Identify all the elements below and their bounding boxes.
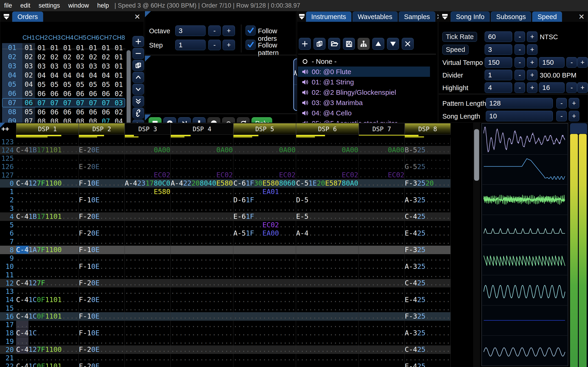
menu-help[interactable]: help xyxy=(93,2,113,9)
tick-rate-label[interactable]: Tick Rate xyxy=(442,32,477,42)
step-minus-button[interactable]: - xyxy=(208,40,221,50)
instrument-list-item[interactable]: 02: @2 Blingy/Glockenspiel xyxy=(298,87,430,98)
panel-menu-icon[interactable] xyxy=(441,12,449,21)
close-icon[interactable]: ✕ xyxy=(134,13,140,20)
orders-scrollbar[interactable] xyxy=(127,50,131,131)
pattern-row[interactable]: 15......................................… xyxy=(0,304,451,312)
octave-minus-button[interactable]: - xyxy=(208,25,221,36)
channel-header-5[interactable]: DSP 5 xyxy=(233,123,296,135)
pattern-scrollbar[interactable] xyxy=(473,123,480,367)
highlight-input[interactable]: 4 xyxy=(485,82,512,93)
channel-header-4[interactable]: DSP 4 xyxy=(171,123,233,135)
divider-input[interactable]: 1 xyxy=(485,70,512,80)
pattern-length-input[interactable]: 128 xyxy=(486,98,553,108)
pattern-row[interactable]: 17......................................… xyxy=(0,321,451,329)
octave-plus-button[interactable]: + xyxy=(223,25,235,36)
pattern-expand-toggle[interactable]: ++ xyxy=(1,125,9,133)
divider-minus-button[interactable]: - xyxy=(515,70,525,80)
orders-row[interactable]: 080506060606060602 xyxy=(2,107,125,117)
channel-header-6[interactable]: DSP 6 xyxy=(296,123,359,135)
pattern-row[interactable]: 19......................................… xyxy=(0,337,451,345)
instrument-list-item[interactable]: 03: @3 Marimba xyxy=(298,98,430,108)
highlight-input-2[interactable]: 16 xyxy=(539,82,565,93)
highlight-plus-button-2[interactable]: + xyxy=(577,82,588,93)
pattern-row[interactable]: 126...............E-20E.................… xyxy=(0,163,451,171)
menu-settings[interactable]: settings xyxy=(35,2,64,9)
pattern-row[interactable]: 4C-41B171101....F-20E...................… xyxy=(0,212,451,221)
step-plus-button[interactable]: + xyxy=(223,40,235,50)
tab-orders[interactable]: Orders xyxy=(12,11,43,22)
pattern-row[interactable]: 123.....................................… xyxy=(0,138,451,146)
orders-remove-button[interactable] xyxy=(132,48,144,59)
tick-rate-input[interactable]: 60 xyxy=(485,31,512,42)
orders-row[interactable]: 040204040404040401 xyxy=(2,71,125,80)
pattern-row[interactable]: 16C-41C0F1101....F-10E..................… xyxy=(0,312,451,320)
pattern-row[interactable]: 10...............F-10E..................… xyxy=(0,262,451,271)
follow-pattern-checkbox[interactable] xyxy=(246,40,256,50)
instrument-add-button[interactable] xyxy=(299,38,311,50)
instrument-move-up-button[interactable] xyxy=(372,38,384,50)
pattern-row[interactable]: 9.......................................… xyxy=(0,254,451,262)
tab-instruments[interactable]: Instruments xyxy=(306,11,351,22)
virtual-tempo-plus-button-2[interactable]: + xyxy=(577,57,588,68)
instrument-save-button[interactable] xyxy=(343,38,355,50)
speed-label[interactable]: Speed xyxy=(442,45,468,55)
virtual-tempo-minus-button[interactable]: - xyxy=(515,57,525,68)
pattern-editor[interactable]: ++ DSP 1DSP 2DSP 3DSP 4DSP 5DSP 6DSP 7DS… xyxy=(0,123,588,367)
virtual-tempo-input[interactable]: 150 xyxy=(485,57,512,68)
orders-unlink-button[interactable] xyxy=(132,108,144,119)
orders-duplicate-button[interactable] xyxy=(132,60,144,71)
divider-plus-button[interactable]: + xyxy=(527,70,537,80)
orders-row[interactable]: 050405050505050501 xyxy=(2,80,125,89)
virtual-tempo-input-2[interactable]: 150 xyxy=(539,57,565,68)
pattern-row[interactable]: 6...............F-20E...................… xyxy=(0,229,451,237)
pattern-row[interactable]: 20C-4127F1100....F-20E..................… xyxy=(0,345,451,354)
octave-input[interactable]: 3 xyxy=(175,25,206,36)
pattern-row[interactable]: 124C-41B171101....E-20E.............0A00… xyxy=(0,146,451,154)
pattern-row[interactable]: 1.................................E580..… xyxy=(0,188,451,196)
orders-row[interactable]: 010101010101010101 xyxy=(2,43,125,52)
pattern-row[interactable]: 5.......................................… xyxy=(0,221,451,229)
pattern-row[interactable]: 0C-4127F1100....F-10E......A-4231780C0A-… xyxy=(0,179,451,187)
pattern-row[interactable]: 12C-4127F........F-20E..................… xyxy=(0,279,451,287)
panel-menu-icon[interactable] xyxy=(2,12,11,21)
orders-row[interactable]: 060506060606060602 xyxy=(2,89,125,98)
channel-header-3[interactable]: DSP 3 xyxy=(125,123,171,135)
orders-row[interactable]: 020202020202020201 xyxy=(2,52,125,61)
tab-speed[interactable]: Speed xyxy=(532,11,562,22)
instrument-list-item[interactable]: 01: @1 String xyxy=(298,77,430,87)
pattern-length-minus-button[interactable]: - xyxy=(556,98,567,108)
close-icon[interactable]: ✕ xyxy=(578,13,585,20)
tab-samples[interactable]: Samples xyxy=(399,11,435,22)
speed-input[interactable]: 3 xyxy=(485,44,512,55)
tick-rate-plus-button[interactable]: + xyxy=(527,31,537,42)
orders-add-button[interactable] xyxy=(132,36,144,47)
virtual-tempo-minus-button-2[interactable]: - xyxy=(566,57,577,68)
instrument-duplicate-button[interactable] xyxy=(313,38,326,50)
channel-header-1[interactable]: DSP 1 xyxy=(16,123,79,135)
orders-move-down-button[interactable] xyxy=(132,84,144,95)
instrument-list-item[interactable]: 00: @0 Flute xyxy=(298,67,430,77)
pattern-row[interactable]: 22C-41C0F1101....F-20E..................… xyxy=(0,362,451,367)
pattern-row[interactable]: 3.......................................… xyxy=(0,204,451,212)
channel-header-7[interactable]: DSP 7 xyxy=(359,123,405,135)
pattern-length-plus-button[interactable]: + xyxy=(569,98,579,108)
song-length-plus-button[interactable]: + xyxy=(569,111,579,121)
pattern-row[interactable]: 127.................................EC02… xyxy=(0,171,451,179)
orders-row[interactable]: 070607070707070703 xyxy=(2,98,125,107)
tab-subsongs[interactable]: Subsongs xyxy=(491,11,531,22)
orders-move-to-bottom-button[interactable] xyxy=(132,96,144,107)
instrument-list-item[interactable]: 04: @4 Cello xyxy=(298,108,430,118)
highlight-plus-button[interactable]: + xyxy=(527,82,537,93)
menu-edit[interactable]: edit xyxy=(16,2,35,9)
pattern-row[interactable]: 2...............F-10E...................… xyxy=(0,196,451,204)
virtual-tempo-plus-button[interactable]: + xyxy=(527,57,537,68)
step-input[interactable]: 1 xyxy=(175,40,206,50)
tab-song-info[interactable]: Song Info xyxy=(451,11,490,22)
highlight-minus-button-2[interactable]: - xyxy=(566,82,577,93)
song-length-input[interactable]: 10 xyxy=(486,111,553,121)
instrument-toggle-folders-button[interactable] xyxy=(358,38,370,50)
pattern-row[interactable]: 13......................................… xyxy=(0,287,451,296)
speed-plus-button[interactable]: + xyxy=(527,44,537,55)
follow-orders-checkbox[interactable] xyxy=(246,25,256,35)
